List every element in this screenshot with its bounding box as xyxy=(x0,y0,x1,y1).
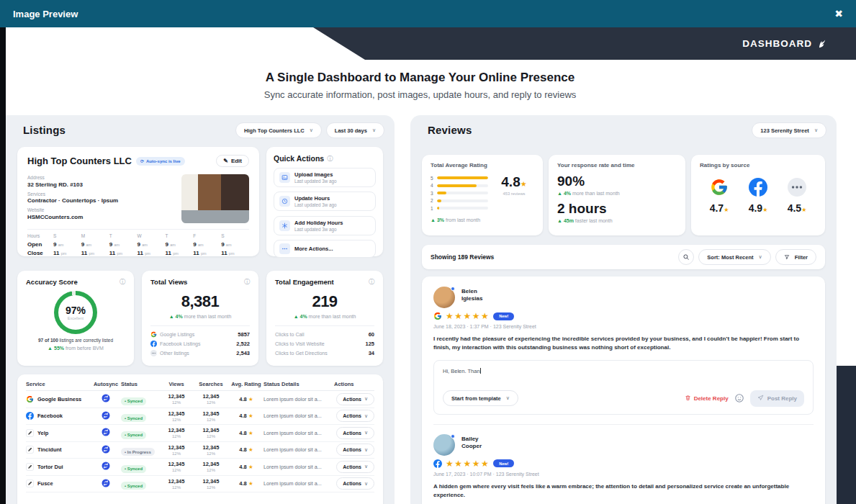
response-rate-title: Your response rate and time xyxy=(557,162,677,168)
brand-logo-icon xyxy=(818,38,829,49)
sync-icon[interactable] xyxy=(102,444,110,452)
delta-up-icon: ▲ xyxy=(557,218,562,223)
trash-icon xyxy=(685,395,691,402)
star-icon: ★ xyxy=(248,430,253,436)
search-button[interactable] xyxy=(678,249,694,265)
review-text: I recently had the pleasure of experienc… xyxy=(433,335,814,353)
sort-dropdown[interactable]: Sort: Most Recent ∨ xyxy=(698,249,770,265)
accuracy-score-card: Accuracy Score ⓘ 97% Excellent 97 of 100… xyxy=(17,271,134,366)
star-icon: ★ xyxy=(248,480,253,487)
table-row: Google Business Synced 12,34512% 12,3451… xyxy=(26,391,374,408)
status-badge: Synced xyxy=(121,431,146,439)
review-meta: June 17, 2023 · 10:07 PM · 123 Serenity … xyxy=(433,472,814,477)
date-range-dropdown[interactable]: Last 30 days ∨ xyxy=(326,122,384,138)
source-rating: 4.7★ xyxy=(703,178,736,214)
total-engagement-card: Total Engagement ⓘ 219 ▲ 4% more than la… xyxy=(266,271,383,366)
reply-editor[interactable]: Hi, Belen. Than Start from template ∨ De… xyxy=(433,360,814,415)
row-actions-button[interactable]: Actions ∨ xyxy=(336,477,374,490)
chevron-down-icon: ∨ xyxy=(506,395,510,401)
row-actions-button[interactable]: Actions ∨ xyxy=(336,444,374,456)
business-dropdown[interactable]: High Top Counters LLC ∨ xyxy=(235,122,322,138)
post-reply-button[interactable]: Post Reply xyxy=(750,390,804,407)
column-header: Service xyxy=(26,381,91,387)
sync-icon[interactable] xyxy=(102,477,110,486)
status-badge: Synced xyxy=(121,397,146,405)
filter-button[interactable]: Filter xyxy=(775,249,816,265)
delete-reply-button[interactable]: Delete Reply xyxy=(685,395,729,402)
quick-action-button[interactable]: Update Hours Last updated 3w ago xyxy=(274,192,376,211)
sync-icon[interactable] xyxy=(102,426,110,435)
reviews-panel: Reviews 123 Serenity Street ∨ Total Aver… xyxy=(410,115,837,504)
row-actions-button[interactable]: Actions ∨ xyxy=(336,427,374,439)
status-badge: Synced xyxy=(121,414,146,422)
table-row: Facebook Synced 12,34512% 12,34512% 4.8 … xyxy=(26,408,374,426)
row-actions-button[interactable]: Actions ∨ xyxy=(336,410,374,422)
avatar xyxy=(433,287,455,308)
info-icon: ⓘ xyxy=(369,278,374,286)
close-icon[interactable]: ✖ xyxy=(834,8,843,19)
sync-icon[interactable] xyxy=(102,460,110,469)
star-icon: ★ xyxy=(248,396,253,402)
edit-button[interactable]: ✎ Edit xyxy=(216,155,249,167)
column-header: Status xyxy=(121,381,160,387)
quick-action-button[interactable]: Upload Images Last updated 3w ago xyxy=(274,168,376,187)
google-icon xyxy=(26,395,34,403)
accuracy-title: Accuracy Score xyxy=(26,278,78,286)
autosync-live-badge: ⟳ Auto-sync is live xyxy=(136,157,185,166)
google-icon xyxy=(150,331,157,338)
column-header: Actions xyxy=(334,381,374,387)
dots-icon xyxy=(150,350,157,356)
average-rating-card: Total Average Rating 5 4 xyxy=(422,155,543,235)
emoji-button[interactable] xyxy=(734,393,744,403)
reviews-list: Belen Iglesias ★★★★★ New! June 18, 2023 … xyxy=(422,276,825,504)
modal-titlebar: Image Preview ✖ xyxy=(0,0,856,27)
rating-bar: 1 xyxy=(431,204,488,212)
total-views-value: 8,381 xyxy=(150,292,250,311)
star-icon: ★ xyxy=(762,207,767,213)
rating-bar: 3 xyxy=(431,189,488,197)
website-label: Website xyxy=(27,207,176,212)
ratings-by-source-card: Ratings by source 4.7★ 4.9★ 4 xyxy=(691,155,825,235)
hero-title: A Single Dashboard to Manage Your Online… xyxy=(6,71,834,85)
reviews-title: Reviews xyxy=(428,124,472,136)
sync-icon[interactable] xyxy=(102,410,110,418)
quick-actions-title: Quick Actions xyxy=(274,154,324,163)
info-icon: ⓘ xyxy=(327,155,333,163)
top-nav: DASHBOARD xyxy=(313,27,856,60)
pencil-icon xyxy=(26,480,34,487)
row-actions-button[interactable]: Actions ∨ xyxy=(336,393,374,405)
pencil-icon xyxy=(26,429,34,437)
reply-draft-text: Hi, Belen. Than xyxy=(443,368,480,374)
website-value: HSMCCounters.com xyxy=(27,214,176,220)
engagement-row: Clicks to Visit Website 125 xyxy=(275,339,374,348)
location-dropdown[interactable]: 123 Serenity Street ∨ xyxy=(752,122,826,138)
search-icon xyxy=(682,251,690,264)
rating-bar: 2 xyxy=(431,197,488,205)
star-icon: ★ xyxy=(248,446,253,453)
accuracy-value: 97% xyxy=(66,305,86,316)
info-icon: ⓘ xyxy=(244,278,250,286)
template-dropdown[interactable]: Start from template ∨ xyxy=(443,390,518,406)
table-row: Tortor Dui Synced 12,34512% 12,34512% 4.… xyxy=(26,459,374,476)
engagement-row: Clicks to Get Directions 34 xyxy=(275,348,374,358)
quick-action-button[interactable]: More Actions... xyxy=(274,240,376,258)
row-actions-button[interactable]: Actions ∨ xyxy=(336,461,374,473)
sync-icon[interactable] xyxy=(102,392,110,401)
sync-icon: ⟳ xyxy=(140,158,144,163)
preview-left-gutter xyxy=(0,27,6,504)
source-rating: 4.5★ xyxy=(780,178,814,214)
hours-label: Hours xyxy=(27,233,53,241)
reviewer-last-name: Iglesias xyxy=(461,295,482,302)
rating-bar: 4 xyxy=(431,182,488,190)
chevron-down-icon: ∨ xyxy=(364,447,368,453)
image-icon xyxy=(279,172,290,183)
views-source-row: Other listings 2,543 xyxy=(150,348,250,358)
info-icon: ⓘ xyxy=(120,278,125,286)
quick-action-button[interactable]: Add Holiday Hours Last updated 3w ago xyxy=(274,216,376,235)
google-icon xyxy=(433,312,442,320)
open-label: Open xyxy=(27,241,53,250)
dashboard-preview: DASHBOARD A Single Dashboard to Manage Y… xyxy=(6,27,856,504)
accuracy-donut: 97% Excellent xyxy=(54,291,97,334)
review-text: A hidden gem where every visit feels lik… xyxy=(433,482,814,500)
accuracy-delta: ▲ 55% from before BVM xyxy=(26,346,125,351)
